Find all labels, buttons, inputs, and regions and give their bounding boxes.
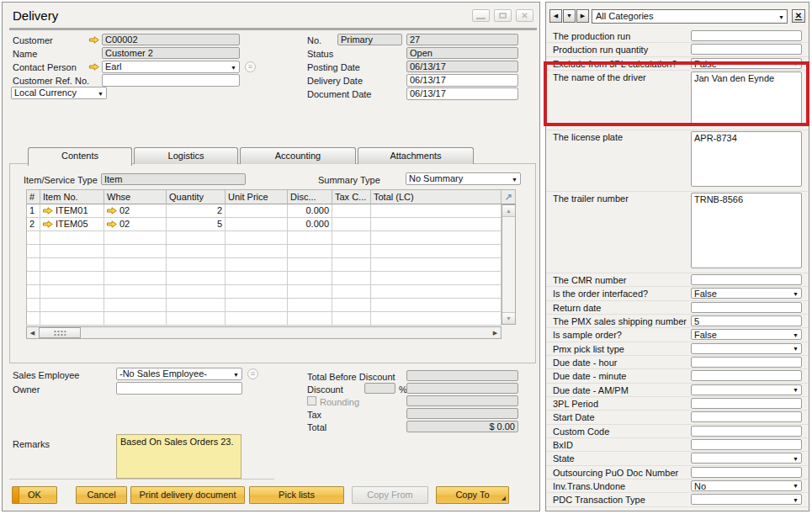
print-delivery-document-button[interactable]: Print delivery document <box>130 486 245 504</box>
scrollbar-track[interactable] <box>82 327 490 338</box>
cell-unit-price[interactable] <box>226 272 288 285</box>
cell-tax-c[interactable] <box>332 218 371 231</box>
cell-whse[interactable] <box>104 312 167 326</box>
contact-person-select[interactable]: Earl ▼ <box>102 61 240 73</box>
cell-unit-price[interactable] <box>226 204 288 218</box>
cell-unit-price[interactable] <box>226 218 288 231</box>
panel-close-button[interactable]: ✕ <box>792 9 805 23</box>
outsourcing-puo-doc-number-input[interactable] <box>691 467 802 478</box>
is-the-order-interfaced-select[interactable]: False▼ <box>691 288 802 299</box>
cell-total-lc[interactable] <box>371 312 502 326</box>
cell-quantity[interactable] <box>167 258 226 272</box>
pick-lists-button[interactable]: Pick lists <box>249 486 344 504</box>
scrollbar-thumb[interactable] <box>39 327 81 338</box>
cell-whse[interactable] <box>104 272 167 285</box>
cell-item-no[interactable] <box>40 299 104 312</box>
cancel-button[interactable]: Cancel <box>76 486 127 504</box>
cell-whse[interactable] <box>104 258 167 272</box>
maximize-button[interactable] <box>494 9 512 22</box>
delivery-date-input[interactable]: 06/13/17 <box>406 74 518 87</box>
return-date-input[interactable] <box>691 302 802 313</box>
cell-item-no[interactable]: ITEM05 <box>40 218 104 231</box>
cell-unit-price[interactable] <box>226 312 288 326</box>
nav-previous-button[interactable]: ◀ <box>549 9 562 23</box>
nav-menu-button[interactable]: ▼ <box>563 9 576 23</box>
cell-quantity[interactable] <box>167 285 226 299</box>
doc-number-field[interactable]: 27 <box>406 34 518 45</box>
the-trailer-number-textarea[interactable]: TRNB-8566 <box>691 193 802 268</box>
cell-item-no[interactable] <box>40 272 104 285</box>
cell-disc[interactable] <box>288 245 332 258</box>
cell-whse[interactable]: 02 <box>104 218 167 231</box>
cell-total-lc[interactable] <box>371 245 502 258</box>
scroll-up-icon[interactable]: ▲ <box>502 205 515 217</box>
cell-whse[interactable] <box>104 245 167 258</box>
document-date-input[interactable]: 06/13/17 <box>406 87 518 100</box>
column-header-total-lc[interactable]: Total (LC) <box>371 190 502 204</box>
link-arrow-icon[interactable] <box>89 35 99 43</box>
cell-quantity[interactable] <box>167 299 226 312</box>
link-arrow-icon[interactable] <box>43 207 53 215</box>
owner-input[interactable] <box>116 382 242 395</box>
sales-employee-select[interactable]: -No Sales Employee- ▼ <box>116 368 242 380</box>
the-name-of-the-driver-textarea[interactable]: Jan Van den Eynde <box>691 72 802 125</box>
start-date-input[interactable] <box>691 411 802 422</box>
customer-field[interactable]: C00002 <box>102 34 240 45</box>
cell-quantity[interactable] <box>167 231 226 245</box>
cell-disc[interactable] <box>288 285 332 299</box>
cell-disc[interactable] <box>288 299 332 312</box>
cell-item-no[interactable] <box>40 245 104 258</box>
cell-disc[interactable]: 0.000 <box>288 218 332 231</box>
cell-item-no[interactable]: ITEM01 <box>40 204 104 218</box>
pdc-transaction-type-select[interactable]: ▼ <box>691 494 802 505</box>
cell-whse[interactable] <box>104 299 167 312</box>
column-header-disc[interactable]: Disc... <box>288 190 332 204</box>
cell-tax-c[interactable] <box>332 272 371 285</box>
cell-tax-c[interactable] <box>332 204 371 218</box>
category-select[interactable]: All Categories ▼ <box>592 9 788 24</box>
cell-whse[interactable] <box>104 231 167 245</box>
the-license-plate-textarea[interactable]: APR-8734 <box>691 131 802 187</box>
cell-row-number[interactable]: 2 <box>27 218 40 231</box>
column-header-item-no[interactable]: Item No. <box>40 190 104 204</box>
discount-percent-input[interactable] <box>364 383 395 394</box>
cell-quantity[interactable] <box>167 272 226 285</box>
cell-unit-price[interactable] <box>226 285 288 299</box>
scroll-right-icon[interactable]: ▶ <box>490 327 501 338</box>
tab-contents[interactable]: Contents <box>28 147 132 166</box>
cell-item-no[interactable] <box>40 231 104 245</box>
link-arrow-icon[interactable] <box>107 220 117 228</box>
cell-quantity[interactable] <box>167 312 226 326</box>
link-arrow-icon[interactable] <box>43 220 53 228</box>
cell-tax-c[interactable] <box>332 231 371 245</box>
summary-type-select[interactable]: No Summary ▼ <box>406 172 521 185</box>
the-production-run-input[interactable] <box>691 30 802 41</box>
cell-total-lc[interactable] <box>371 258 502 272</box>
cell-total-lc[interactable] <box>371 285 502 299</box>
table-horizontal-scrollbar[interactable]: ◀ ▶ <box>26 326 502 339</box>
cell-tax-c[interactable] <box>332 299 371 312</box>
cell-row-number[interactable] <box>27 285 40 299</box>
is-sample-order-select[interactable]: False▼ <box>691 329 802 340</box>
cell-disc[interactable] <box>288 258 332 272</box>
posting-date-field[interactable]: 06/13/17 <box>406 61 518 72</box>
cell-row-number[interactable] <box>27 299 40 312</box>
column-header-whse[interactable]: Whse <box>104 190 167 204</box>
cell-row-number[interactable] <box>27 312 40 326</box>
the-cmr-number-input[interactable] <box>691 274 802 285</box>
expand-grid-icon[interactable]: ↗ <box>502 190 516 204</box>
cell-row-number[interactable] <box>27 272 40 285</box>
cell-disc[interactable] <box>288 231 332 245</box>
edit-icon[interactable]: ≡ <box>245 61 256 72</box>
customer-name-field[interactable]: Customer 2 <box>102 47 240 59</box>
item-service-type-field[interactable]: Item <box>101 173 246 185</box>
cell-unit-price[interactable] <box>226 245 288 258</box>
link-arrow-icon[interactable] <box>89 62 99 70</box>
cell-quantity[interactable] <box>167 245 226 258</box>
cell-tax-c[interactable] <box>332 312 371 326</box>
minimize-button[interactable] <box>472 9 490 22</box>
cell-item-no[interactable] <box>40 312 104 326</box>
tab-attachments[interactable]: Attachments <box>358 147 474 164</box>
pmx-pick-list-type-select[interactable]: ▼ <box>691 343 802 354</box>
nav-next-button[interactable]: ▶ <box>576 9 589 23</box>
